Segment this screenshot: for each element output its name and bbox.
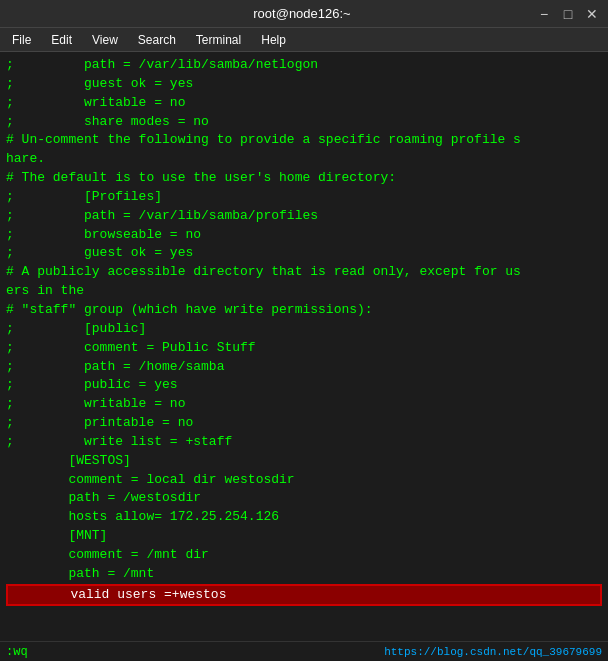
terminal-line: ; public = yes (6, 376, 602, 395)
terminal-line: # The default is to use the user's home … (6, 169, 602, 188)
terminal-line: ; comment = Public Stuff (6, 339, 602, 358)
terminal-line: ers in the (6, 282, 602, 301)
terminal-line: ; writable = no (6, 395, 602, 414)
menu-terminal[interactable]: Terminal (188, 31, 249, 49)
terminal-line: ; path = /home/samba (6, 358, 602, 377)
terminal-line: ; browseable = no (6, 226, 602, 245)
window-title: root@node126:~ (68, 6, 536, 21)
close-button[interactable]: ✕ (584, 6, 600, 22)
terminal-line: ; [Profiles] (6, 188, 602, 207)
window-controls: − □ ✕ (536, 6, 600, 22)
terminal-line: ; path = /var/lib/samba/netlogon (6, 56, 602, 75)
terminal-line: # Un-comment the following to provide a … (6, 131, 602, 150)
menu-bar: File Edit View Search Terminal Help (0, 28, 608, 52)
terminal-line: comment = local dir westosdir (6, 471, 602, 490)
terminal-line: hare. (6, 150, 602, 169)
maximize-button[interactable]: □ (560, 6, 576, 22)
terminal-line: [WESTOS] (6, 452, 602, 471)
terminal-content[interactable]: ; path = /var/lib/samba/netlogon; guest … (0, 52, 608, 641)
title-bar: root@node126:~ − □ ✕ (0, 0, 608, 28)
status-left: :wq (6, 645, 28, 659)
terminal-line: ; [public] (6, 320, 602, 339)
menu-edit[interactable]: Edit (43, 31, 80, 49)
terminal-line: ; share modes = no (6, 113, 602, 132)
terminal-line: hosts allow= 172.25.254.126 (6, 508, 602, 527)
terminal-line: ; guest ok = yes (6, 244, 602, 263)
menu-help[interactable]: Help (253, 31, 294, 49)
terminal-line: ; writable = no (6, 94, 602, 113)
terminal-line: ; write list = +staff (6, 433, 602, 452)
terminal-line: path = /westosdir (6, 489, 602, 508)
terminal-line: path = /mnt (6, 565, 602, 584)
menu-file[interactable]: File (4, 31, 39, 49)
terminal-line: comment = /mnt dir (6, 546, 602, 565)
status-right: https://blog.csdn.net/qq_39679699 (384, 646, 602, 658)
terminal-line: ; guest ok = yes (6, 75, 602, 94)
terminal-line: valid users =+westos (6, 584, 602, 607)
status-bar: :wq https://blog.csdn.net/qq_39679699 (0, 641, 608, 661)
minimize-button[interactable]: − (536, 6, 552, 22)
terminal-line: [MNT] (6, 527, 602, 546)
terminal-line: ; printable = no (6, 414, 602, 433)
terminal-line: # A publicly accessible directory that i… (6, 263, 602, 282)
menu-search[interactable]: Search (130, 31, 184, 49)
terminal-window: root@node126:~ − □ ✕ File Edit View Sear… (0, 0, 608, 661)
terminal-line: ; path = /var/lib/samba/profiles (6, 207, 602, 226)
terminal-line: # "staff" group (which have write permis… (6, 301, 602, 320)
menu-view[interactable]: View (84, 31, 126, 49)
